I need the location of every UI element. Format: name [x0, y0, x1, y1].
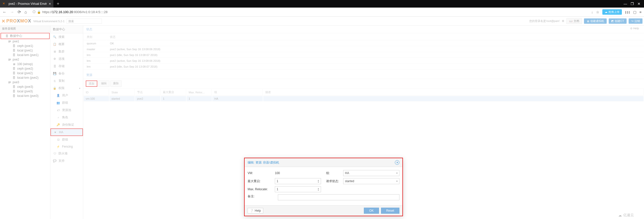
submenu-users[interactable]: 👤用户 [50, 92, 83, 99]
storage-icon: 🗄 [12, 85, 16, 88]
submenu-options[interactable]: ⚙选项 [50, 55, 83, 63]
search-input[interactable] [67, 19, 102, 24]
comment-input[interactable] [278, 194, 399, 200]
cloud-icon: ☁ [605, 10, 607, 14]
dialog-header[interactable]: 编辑: 资源: 容器/虚拟机 ✕ [245, 158, 402, 167]
key-icon: 🔑 [56, 123, 60, 126]
tree-vm[interactable]: 🖥100 (winxp) [0, 62, 50, 66]
download-icon[interactable]: ↓ [591, 10, 593, 14]
submenu-auth[interactable]: 🔑身份验证 [50, 121, 83, 128]
maximize-icon[interactable]: ❐ [631, 2, 634, 6]
forward-icon[interactable]: → [10, 10, 14, 14]
tags-icon: 🏷 [56, 109, 60, 112]
submenu-pools[interactable]: 🏷资源池 [50, 106, 83, 114]
submenu-storage[interactable]: 🗄存储 [50, 63, 83, 70]
floppy-icon: 💾 [53, 72, 56, 75]
dialog-help-button[interactable]: ❔Help [248, 208, 263, 213]
tree-storage[interactable]: 🗄local-lvm (pve3) [0, 94, 50, 98]
reqstate-select[interactable]: started▾ [343, 178, 399, 184]
col-state: State [109, 89, 135, 96]
tree-storage[interactable]: 🗄local (pve1) [0, 48, 50, 53]
star-icon[interactable]: ☆ [596, 10, 599, 14]
maxreloc-input[interactable]: 1▲▼ [275, 186, 321, 192]
tree-storage[interactable]: 🗄ceph (pve2) [0, 66, 50, 71]
tree-storage[interactable]: 🗄local-lvm (pve1) [0, 53, 50, 57]
submenu-support[interactable]: 💬支持 [50, 157, 83, 165]
users-icon: 👥 [56, 101, 60, 104]
help-link[interactable]: ⊘ Help [630, 27, 639, 30]
server-tree-panel: 服务器视图 🗄数据中心 🖳pve1 🗄ceph (pve1) 🗄local (p… [0, 26, 50, 219]
server-tree: 🗄数据中心 🖳pve1 🗄ceph (pve1) 🗄local (pve1) 🗄… [0, 32, 50, 99]
sidebar-icon[interactable]: ▢ [633, 10, 636, 14]
submenu-permissions[interactable]: 🔒权限 [50, 85, 83, 92]
gear-icon[interactable]: ⚙ [562, 19, 564, 23]
male-icon: ♂ [56, 116, 60, 119]
submenu-replication[interactable]: ⎘复制 [50, 77, 83, 85]
tree-storage[interactable]: 🗄local (pve3) [0, 89, 50, 94]
maxreloc-label: Max. Relocate: [248, 187, 273, 191]
submenu-summary[interactable]: 📋概要 [50, 41, 83, 48]
submenu-firewall[interactable]: 🛡防火墙 [50, 150, 83, 157]
storage-icon: 🗄 [12, 44, 16, 47]
close-icon[interactable]: ✕ [637, 2, 640, 6]
lock-icon: 🔒 [53, 87, 56, 90]
tree-header: 服务器视图 [0, 26, 50, 32]
docs-button[interactable]: 📖文档 [566, 18, 582, 24]
spinner-icon[interactable]: ▲▼ [317, 179, 319, 183]
browser-tab[interactable]: ✕ pve2 - Proxmox Virtual Envir × [0, 0, 54, 8]
remove-button[interactable]: 删除 [110, 80, 122, 87]
submenu-groups[interactable]: 👥群组 [50, 99, 83, 106]
tree-node-pve3[interactable]: 🖳pve3 [0, 80, 50, 85]
menu-icon[interactable]: ≡ [639, 10, 641, 14]
submenu-ha-groups[interactable]: ⊡群组 [50, 136, 83, 143]
bolt-icon: ⚡ [56, 145, 60, 148]
tree-storage[interactable]: 🗄ceph (pve1) [0, 44, 50, 48]
tree-storage[interactable]: 🗄local-lvm (pve2) [0, 75, 50, 80]
dialog-close-button[interactable]: ✕ [395, 160, 399, 165]
resources-section-title: 资源 [83, 71, 644, 79]
spinner-icon[interactable]: ▲▼ [317, 187, 319, 191]
submenu-fencing[interactable]: ⚡Fencing [50, 143, 83, 150]
tab-add-button[interactable]: + [54, 1, 63, 7]
tree-node-pve2[interactable]: 🖳pve2 [0, 57, 50, 62]
url-bar[interactable]: ⓘ 🔒 https://172.16.100.20:8006/#v1:0:18:… [31, 9, 588, 15]
add-button[interactable]: 添加 [86, 80, 97, 87]
window-controls: — ❐ ✕ [620, 2, 644, 6]
back-icon[interactable]: ← [3, 10, 7, 14]
create-ct-button[interactable]: ◩创建CT [609, 18, 627, 24]
minimize-icon[interactable]: — [624, 2, 627, 6]
edit-button[interactable]: 编辑 [98, 80, 109, 87]
home-icon[interactable]: ⌂ [24, 10, 27, 14]
server-icon: 🖳 [8, 58, 11, 61]
group-select[interactable]: HA▾ [343, 170, 399, 176]
create-vm-button[interactable]: 🖥创建虚拟机 [584, 18, 607, 24]
submenu-ha[interactable]: ♥HA [50, 128, 83, 136]
submenu-backup[interactable]: 💾备份 [50, 70, 83, 77]
col-id: ID [84, 89, 109, 96]
col-maxrestart: 最大重启 [161, 89, 186, 96]
storage-icon: 🗄 [12, 90, 16, 93]
status-table: 类别状态 quorumOK masterpve2 (active, Sun Se… [83, 33, 644, 70]
submenu-cluster[interactable]: ⊞集群 [50, 48, 83, 55]
reload-icon[interactable]: ⟳ [18, 10, 21, 14]
status-row: lrmpve3 (idle, Sun Sep 16 13:08:07 2018) [84, 64, 643, 69]
table-row[interactable]: vm:100 started pve2 1 1 HA [84, 96, 643, 101]
logout-button[interactable]: ↪注销 [629, 18, 642, 24]
vm-label: VM: [248, 171, 273, 175]
tree-storage[interactable]: 🗄local (pve2) [0, 71, 50, 75]
submenu-search[interactable]: 🔍搜索 [50, 33, 83, 41]
resources-table: ID State 节点 最大重启 Max. Reloc... 组 描述 vm:1… [83, 88, 644, 102]
logo-x-icon: ✕ [2, 18, 5, 24]
tree-storage[interactable]: 🗄ceph (pve3) [0, 85, 50, 89]
cluster-icon: ⊞ [53, 50, 56, 53]
library-icon[interactable]: ⫿⫿⫿ [625, 10, 630, 14]
ok-button[interactable]: OK [364, 208, 379, 214]
submenu-roles[interactable]: ♂角色 [50, 114, 83, 121]
reset-button[interactable]: Reset [381, 208, 399, 214]
upload-action-button[interactable]: ☁抢推上传 [602, 9, 622, 15]
tree-node-pve1[interactable]: 🖳pve1 [0, 39, 50, 44]
tab-close-icon[interactable]: × [49, 2, 51, 6]
tree-datacenter[interactable]: 🗄数据中心 [1, 33, 50, 39]
maxrestart-input[interactable]: 1▲▼ [275, 178, 321, 184]
comment-label: 备注: [248, 194, 273, 200]
